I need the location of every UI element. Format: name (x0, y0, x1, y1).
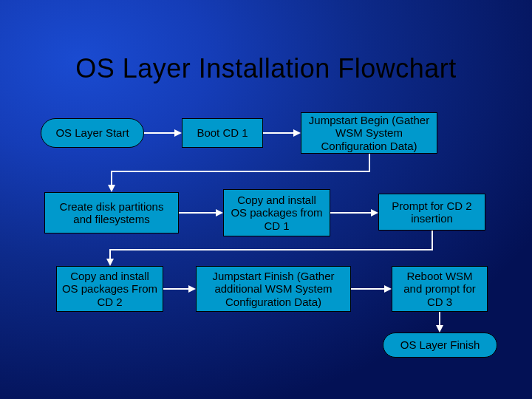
node-create-partitions: Create disk partitions and filesystems (44, 192, 179, 233)
node-jumpstart-begin: Jumpstart Begin (Gather WSM System Confi… (301, 112, 437, 154)
node-reboot: Reboot WSM and prompt for CD 3 (392, 266, 488, 312)
node-jumpstart-finish: Jumpstart Finish (Gather additional WSM … (196, 266, 351, 312)
node-boot-cd1: Boot CD 1 (182, 118, 263, 148)
svg-marker-4 (108, 185, 115, 192)
svg-marker-9 (106, 259, 114, 266)
svg-marker-11 (188, 285, 196, 293)
svg-marker-8 (371, 209, 378, 216)
svg-marker-1 (174, 129, 182, 137)
svg-marker-15 (436, 325, 443, 332)
page-title: OS Layer Installation Flowchart (0, 53, 532, 84)
node-start: OS Layer Start (41, 118, 144, 148)
svg-marker-3 (293, 129, 301, 137)
node-prompt-cd2: Prompt for CD 2 insertion (378, 194, 485, 231)
node-finish: OS Layer Finish (383, 332, 497, 358)
svg-marker-6 (216, 209, 223, 216)
node-copy-cd1: Copy and install OS packages from CD 1 (223, 189, 330, 236)
node-copy-cd2: Copy and install OS packages From CD 2 (56, 266, 163, 312)
svg-marker-13 (384, 285, 392, 293)
